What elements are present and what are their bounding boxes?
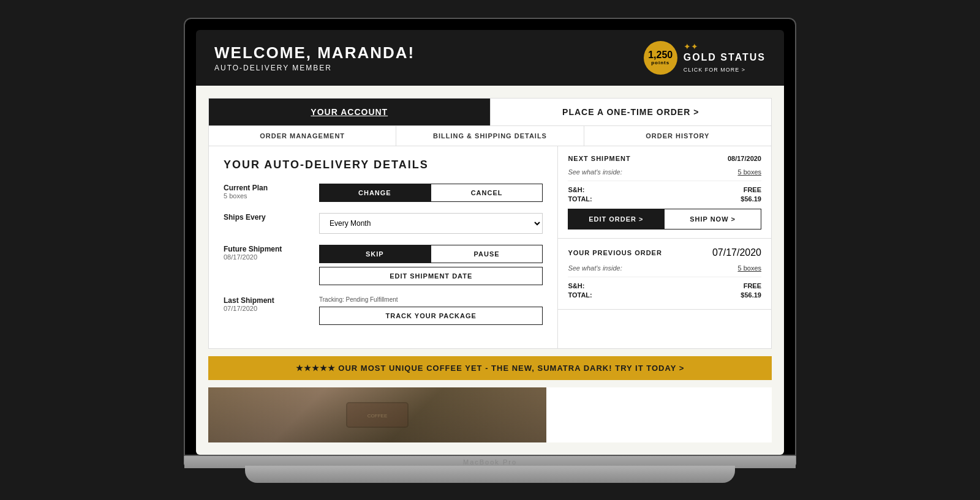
left-panel: YOUR AUTO-DELIVERY DETAILS Current Plan … [209,146,558,348]
next-shipment-block: NEXT SHIPMENT 08/17/2020 See what's insi… [558,146,771,239]
tracking-note: Tracking: Pending Fulfillment [319,296,543,303]
last-shipment-date: 07/17/2020 [224,305,309,312]
future-shipment-controls: SKIP PAUSE EDIT SHIPMENT DATE [319,245,543,285]
prev-sh-label: S&H: [568,282,584,289]
last-shipment-main-label: Last Shipment [224,296,309,305]
top-bar: WELCOME, MARANDA! AUTO-DELIVERY MEMBER 1… [196,30,784,86]
current-plan-sub: 5 boxes [224,192,309,200]
prev-sh-value: FREE [744,282,761,289]
next-sh-line: S&H: FREE [568,186,761,193]
promo-banner[interactable]: ★★★★★ OUR MOST UNIQUE COFFEE YET - THE N… [208,356,772,380]
next-shipment-header: NEXT SHIPMENT 08/17/2020 [568,155,761,162]
prev-sh-line: S&H: FREE [568,282,761,289]
next-sh-value: FREE [744,186,761,193]
next-sh-label: S&H: [568,186,584,193]
gold-status-cta: CLICK FOR MORE > [684,67,745,73]
sub-tab-billing-shipping[interactable]: BILLING & SHIPPING DETAILS [396,126,584,146]
change-button[interactable]: CHANGE [319,184,431,202]
previous-order-block: YOUR PREVIOUS ORDER 07/17/2020 See what'… [558,239,771,310]
welcome-heading: WELCOME, MARANDA! [214,43,415,62]
points-label: points [651,60,669,65]
sub-tabs: ORDER MANAGEMENT BILLING & SHIPPING DETA… [209,126,771,146]
next-action-buttons: EDIT ORDER > SHIP NOW > [568,209,761,229]
next-shipment-date: 08/17/2020 [728,155,761,162]
next-see-inside-boxes: 5 boxes [737,168,761,176]
change-cancel-group: CHANGE CANCEL [319,184,543,202]
image-section: COFFEE [208,387,772,442]
prev-total-value: $56.19 [741,291,761,299]
image-right-panel [546,387,772,442]
future-shipment-row: Future Shipment 08/17/2020 SKIP PAUSE ED… [224,245,543,285]
next-see-inside-link[interactable]: See what's inside: [568,168,622,176]
previous-order-date: 07/17/2020 [712,247,761,258]
product-image: COFFEE [208,387,546,442]
screen-content: WELCOME, MARANDA! AUTO-DELIVERY MEMBER 1… [196,30,784,455]
main-tabs: YOUR ACCOUNT PLACE A ONE-TIME ORDER > [209,99,771,126]
edit-order-button[interactable]: EDIT ORDER > [568,209,664,229]
prev-see-inside-link[interactable]: See what's inside: [568,264,622,272]
gold-status-text: ✦✦ GOLD STATUS CLICK FOR MORE > [684,41,766,74]
sparkles-icon: ✦✦ [684,42,698,51]
ships-every-row: Ships Every Every Month [224,213,543,234]
tab-your-account[interactable]: YOUR ACCOUNT [209,99,490,125]
ships-every-label: Ships Every [224,213,309,222]
welcome-section: WELCOME, MARANDA! AUTO-DELIVERY MEMBER [214,43,415,72]
future-shipment-date: 08/17/2020 [224,253,309,261]
prev-total-line: TOTAL: $56.19 [568,291,761,299]
account-container: YOUR ACCOUNT PLACE A ONE-TIME ORDER > OR… [208,98,772,349]
next-see-inside-row: See what's inside: 5 boxes [568,168,761,181]
future-shipment-label: Future Shipment 08/17/2020 [224,245,309,261]
last-shipment-label: Last Shipment 07/17/2020 [224,296,309,312]
main-content: YOUR ACCOUNT PLACE A ONE-TIME ORDER > OR… [196,86,784,455]
sub-tab-order-management[interactable]: ORDER MANAGEMENT [209,126,396,146]
right-panel: NEXT SHIPMENT 08/17/2020 See what's insi… [558,146,771,348]
gold-status-widget[interactable]: 1,250 points ✦✦ GOLD STATUS CLICK FOR MO… [644,41,766,75]
points-number: 1,250 [648,50,673,60]
track-package-button[interactable]: TRACK YOUR PACKAGE [319,307,543,325]
tab-one-time-order[interactable]: PLACE A ONE-TIME ORDER > [490,99,772,125]
svg-text:COFFEE: COFFEE [368,413,387,419]
previous-order-title: YOUR PREVIOUS ORDER [568,249,662,256]
current-plan-main-label: Current Plan [224,184,309,192]
future-shipment-main-label: Future Shipment [224,245,309,253]
next-total-value: $56.19 [741,195,761,203]
next-total-line: TOTAL: $56.19 [568,195,761,203]
last-shipment-row: Last Shipment 07/17/2020 Tracking: Pendi… [224,296,543,325]
previous-order-header: YOUR PREVIOUS ORDER 07/17/2020 [568,247,761,258]
prev-see-inside-boxes: 5 boxes [737,264,761,272]
prev-total-label: TOTAL: [568,291,592,299]
account-body: YOUR AUTO-DELIVERY DETAILS Current Plan … [209,146,771,348]
last-shipment-controls: Tracking: Pending Fulfillment TRACK YOUR… [319,296,543,325]
auto-delivery-title: YOUR AUTO-DELIVERY DETAILS [224,159,543,171]
ship-now-button[interactable]: SHIP NOW > [664,209,761,229]
pause-button[interactable]: PAUSE [431,245,543,263]
gold-status-title: GOLD STATUS [684,52,766,63]
ships-every-select[interactable]: Every Month [319,213,543,234]
current-plan-label: Current Plan 5 boxes [224,184,309,200]
ships-every-main-label: Ships Every [224,213,309,222]
laptop-foot [245,466,735,483]
skip-pause-group: SKIP PAUSE [319,245,543,263]
laptop-base: MacBook Pro [184,456,796,466]
next-total-label: TOTAL: [568,195,592,203]
next-shipment-title: NEXT SHIPMENT [568,155,630,162]
current-plan-controls: CHANGE CANCEL [319,184,543,202]
laptop-screen: WELCOME, MARANDA! AUTO-DELIVERY MEMBER 1… [184,18,796,456]
laptop-frame: WELCOME, MARANDA! AUTO-DELIVERY MEMBER 1… [184,18,796,483]
current-plan-row: Current Plan 5 boxes CHANGE CANCEL [224,184,543,202]
points-badge: 1,250 points [644,41,677,75]
skip-button[interactable]: SKIP [319,245,431,263]
sub-tab-order-history[interactable]: ORDER HISTORY [584,126,771,146]
member-type: AUTO-DELIVERY MEMBER [214,64,415,72]
cancel-button[interactable]: CANCEL [431,184,543,202]
ships-every-controls: Every Month [319,213,543,234]
prev-see-inside-row: See what's inside: 5 boxes [568,264,761,277]
edit-shipment-button[interactable]: EDIT SHIPMENT DATE [319,267,543,285]
